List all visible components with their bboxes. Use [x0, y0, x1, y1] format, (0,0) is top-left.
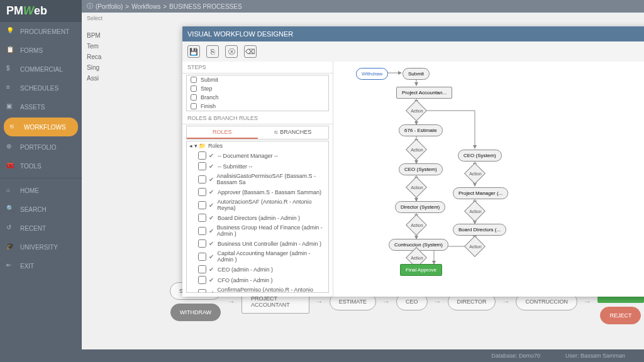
save-icon[interactable]: 💾 — [187, 45, 200, 58]
export-icon[interactable]: ⎘ — [206, 45, 219, 58]
step-row[interactable]: Submit — [187, 75, 328, 84]
home-icon: ⌂ — [6, 186, 15, 195]
wf-action-6[interactable]: Action — [464, 163, 486, 184]
check-icon: ✔ — [209, 228, 214, 234]
modal-toolbar: 💾 ⎘ ⓧ ⌫ — [182, 41, 644, 62]
wf-final-approve[interactable]: Final Approve — [400, 264, 442, 276]
step-checkbox[interactable] — [191, 77, 197, 83]
sidebar-item-assets[interactable]: ▣ASSETS — [0, 97, 82, 116]
role-row[interactable]: ✔Business Unit Controller (admin - Admin… — [187, 238, 328, 249]
role-row[interactable]: ✔Board Directors (admin - Admin ) — [187, 212, 328, 223]
wf-board[interactable]: Board Directors (... — [453, 224, 506, 236]
breadcrumb: ⓘ (Portfolio) > Workflows > BUSINESS PRO… — [82, 0, 644, 13]
step-checkbox[interactable] — [191, 94, 197, 101]
wf-action-2[interactable]: Action — [406, 139, 427, 160]
tab-roles[interactable]: ROLES — [187, 126, 258, 139]
wf-proj-mgr[interactable]: Project Manager (... — [453, 187, 508, 199]
assets-icon: ▣ — [6, 102, 15, 111]
role-checkbox[interactable] — [198, 188, 206, 196]
role-checkbox[interactable] — [198, 162, 206, 170]
sidebar-item-forms[interactable]: 📋FORMS — [0, 41, 82, 60]
check-icon: ✔ — [209, 189, 215, 195]
wf-submit[interactable]: Submit — [402, 68, 430, 80]
search-icon: 🔍 — [6, 205, 15, 214]
portfolio-icon: ⊕ — [6, 143, 15, 151]
bg-tabs: BPM Tem Reca Sing Assi — [87, 30, 101, 84]
check-icon: ✔ — [209, 163, 215, 170]
check-icon: ✔ — [209, 266, 215, 273]
sidebar-item-university[interactable]: 🎓UNIVERSITY — [0, 238, 82, 256]
role-row[interactable]: ✔-- Submitter -- — [187, 161, 328, 172]
sidebar-item-commercial[interactable]: $COMMERCIAL — [0, 60, 82, 79]
clear-icon[interactable]: ⌫ — [244, 45, 257, 58]
wf-action-7[interactable]: Action — [464, 200, 486, 222]
steps-header: STEPS — [182, 62, 333, 74]
role-checkbox[interactable] — [198, 265, 206, 273]
role-checkbox[interactable] — [198, 151, 206, 160]
wf-ceo-2[interactable]: CEO (System) — [458, 150, 502, 162]
wf-action-3[interactable]: Action — [406, 177, 427, 198]
wf-director[interactable]: Director (System) — [395, 201, 445, 213]
workflow-canvas[interactable]: Withdraw Submit Project Accountan... Act… — [333, 62, 644, 297]
role-checkbox[interactable] — [198, 175, 206, 184]
footer: Database: Demo70 User: Bassam Samman — [82, 349, 644, 362]
role-row[interactable]: ✔CFO (admin - Admin ) — [187, 275, 328, 285]
role-checkbox[interactable] — [198, 201, 206, 209]
step-row[interactable]: Finish — [187, 102, 328, 111]
wf-action-8[interactable]: Action — [464, 236, 486, 257]
recent-icon: ↺ — [6, 224, 15, 233]
sidebar-item-tools[interactable]: 🧰TOOLS — [0, 156, 82, 175]
sidebar-item-schedules[interactable]: ≡SCHEDULES — [0, 79, 82, 97]
delete-icon[interactable]: ⓧ — [225, 45, 238, 58]
role-row[interactable]: ✔AutorizacionSAF (Antonio.R - Antonio Re… — [187, 197, 328, 212]
forms-icon: 📋 — [6, 46, 15, 55]
check-icon: ✔ — [209, 152, 215, 159]
check-icon: ✔ — [209, 253, 215, 260]
university-icon: 🎓 — [6, 243, 15, 251]
step-row[interactable]: Branch — [187, 93, 328, 102]
modal-title: VISUAL WORKFLOW DESIGNER — [187, 30, 293, 38]
sidebar-item-exit[interactable]: ⇤EXIT — [0, 256, 82, 275]
role-row[interactable]: ✔Capital Accounting Manager (admin - Adm… — [187, 249, 328, 264]
logo: PMWeb — [0, 0, 82, 22]
step-row[interactable]: Step — [187, 84, 328, 93]
role-row[interactable]: ✔CEO (admin - Admin ) — [187, 264, 328, 275]
role-checkbox[interactable] — [198, 239, 206, 248]
wf-withdraw[interactable]: Withdraw — [356, 68, 388, 80]
modal-titlebar: VISUAL WORKFLOW DESIGNER ⟲ — ◻ ✕ — [182, 26, 644, 41]
schedules-icon: ≡ — [6, 84, 15, 92]
procurement-icon: 💡 — [6, 27, 15, 36]
sidebar-item-search[interactable]: 🔍SEARCH — [0, 200, 82, 219]
workflows-icon: ⎋ — [10, 123, 19, 131]
step-checkbox[interactable] — [191, 85, 197, 92]
check-icon: ✔ — [209, 277, 215, 283]
wf-proj-acct[interactable]: Project Accountan... — [396, 87, 452, 99]
check-icon: ✔ — [209, 214, 215, 221]
roles-root[interactable]: ◂ ▾ 📁 Roles — [187, 141, 328, 150]
role-checkbox[interactable] — [198, 253, 206, 261]
step-checkbox[interactable] — [191, 103, 197, 109]
sidebar-item-home[interactable]: ⌂HOME — [0, 181, 82, 200]
tab-branches[interactable]: ⎋BRANCHES — [258, 126, 329, 139]
wf-action-4[interactable]: Action — [406, 214, 427, 236]
check-icon: ✔ — [209, 176, 214, 183]
sidebar-item-portfolio[interactable]: ⊕PORTFOLIO — [0, 138, 82, 156]
workflow-designer-modal: VISUAL WORKFLOW DESIGNER ⟲ — ◻ ✕ 💾 ⎘ ⓧ ⌫ — [182, 26, 644, 297]
sidebar-item-procurement[interactable]: 💡PROCUREMENT — [0, 22, 82, 41]
sidebar-item-recent[interactable]: ↺RECENT — [0, 219, 82, 238]
tools-icon: 🧰 — [6, 162, 15, 170]
wf-ceo[interactable]: CEO (System) — [399, 163, 443, 175]
role-checkbox[interactable] — [198, 276, 206, 284]
role-row[interactable]: ✔Business Group Head of Finance (admin -… — [187, 223, 328, 238]
role-row[interactable]: ✔AnalisisGastoPermisoSAF (Bassam.S - Bas… — [187, 172, 328, 187]
wf-action-1[interactable]: Action — [406, 100, 427, 121]
sidebar-item-workflows[interactable]: ⎋WORKFLOWS — [4, 118, 78, 136]
select-label: Select — [87, 15, 103, 21]
role-checkbox[interactable] — [198, 289, 206, 293]
role-checkbox[interactable] — [198, 214, 206, 222]
role-row[interactable]: ✔Approver (Bassam.S - Bassam Samman) — [187, 187, 328, 197]
role-row[interactable]: ✔-- Document Manager -- — [187, 150, 328, 161]
role-row[interactable]: ✔ConfirmaPermiso (Antonio.R - Antonio Re… — [187, 285, 328, 293]
role-checkbox[interactable] — [198, 227, 206, 235]
wf-estimate[interactable]: 676 - Estimate — [399, 124, 443, 136]
